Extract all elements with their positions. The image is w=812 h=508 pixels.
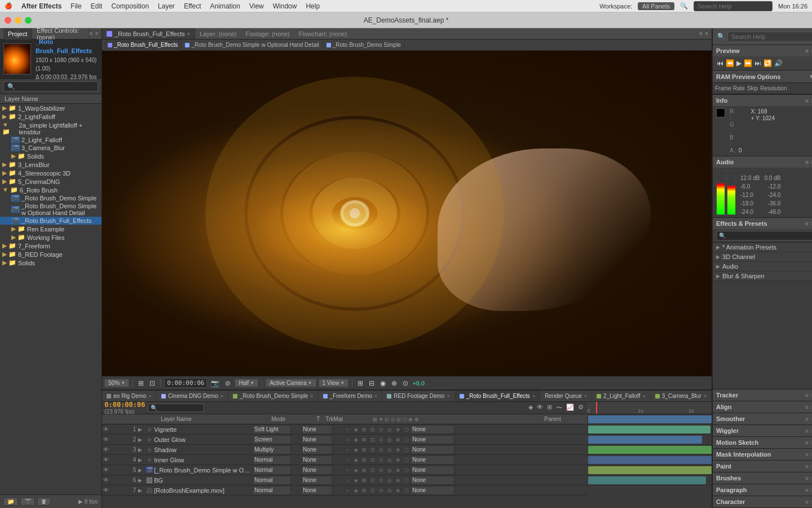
menu-file[interactable]: File [70, 2, 81, 10]
effect-category-header[interactable]: ▶ 3D Channel [713, 252, 812, 262]
timeline-bar[interactable] [588, 436, 701, 444]
project-tree-item[interactable]: 🎬2_Light_Falloff [0, 136, 102, 144]
timeline-bar[interactable] [588, 466, 712, 474]
parent-dropdown[interactable]: None [411, 466, 454, 475]
layer-row[interactable]: 👁 4 ▶ ☆ Inner Glow NormalScreenMultiplyO… [102, 455, 587, 465]
panel-menu-icon[interactable]: ≡ [805, 499, 809, 505]
audio-header[interactable]: Audio ≡ × [713, 156, 812, 168]
switch-3[interactable]: ⊞ [360, 456, 368, 464]
project-tree-item[interactable]: ▶ 📁Working Files [0, 233, 102, 242]
composition-viewer[interactable] [102, 51, 712, 376]
trkmat-cell[interactable]: NoneAlpha MatteAlpha Inverted Matte [301, 435, 343, 444]
menu-layer[interactable]: Layer [158, 2, 175, 10]
switch-2[interactable]: ◈ [352, 466, 360, 474]
new-folder-button[interactable]: 📁 [3, 497, 18, 506]
layer-row[interactable]: 👁 3 ▶ ☆ Shadow NormalScreenMultiplyOverl… [102, 445, 587, 455]
project-tree-item[interactable]: ▶ 📁3_LensBlur [0, 160, 102, 169]
layer-row[interactable]: 👁 1 ▶ ☆ Vignette NormalScreenMultiplyOve… [102, 424, 587, 435]
layer-expand[interactable]: ▶ [138, 437, 145, 443]
view-control[interactable]: 1 View ▼ [319, 379, 349, 387]
switch-3d[interactable]: ⬡ [403, 476, 411, 484]
layer-mode[interactable]: NormalScreenMultiplyOverlaySoft LightAdd… [253, 445, 292, 454]
switch-1[interactable]: ○ [343, 436, 351, 444]
switch-3d[interactable]: ⬡ [403, 436, 411, 444]
layer-row[interactable]: 👁 6 ▶ BG NormalScreenMultiplyOverlaySoft… [102, 475, 587, 485]
render-queue-icon[interactable]: ⚙ [577, 403, 585, 413]
parent-cell[interactable]: None [411, 456, 456, 465]
trkmat-dropdown[interactable]: NoneAlpha MatteAlpha Inverted Matte [301, 435, 332, 444]
trkmat-dropdown[interactable]: NoneAlpha MatteAlpha Inverted Matte [301, 425, 332, 434]
loop-button[interactable]: 🔁 [763, 59, 773, 68]
menu-help[interactable]: Help [306, 2, 320, 10]
play-button[interactable]: ▶ [736, 59, 742, 68]
info-menu[interactable]: ≡ [805, 98, 809, 104]
timeline-tab[interactable]: 2_Light_Falloff× [592, 391, 651, 402]
switch-3[interactable]: ⊞ [360, 446, 368, 454]
timeline-search-input[interactable] [148, 404, 204, 412]
menu-effect[interactable]: Effect [184, 2, 201, 10]
open-comp-tab[interactable]: _Roto Brush_Demo Simple w Optional Hand … [182, 40, 323, 51]
tab-close[interactable]: × [447, 393, 449, 399]
mini-panel-header[interactable]: Align ≡ × [713, 401, 812, 413]
enable-frame-blend-icon[interactable]: ⊞ [546, 403, 553, 413]
layer-expand[interactable]: ▶ [138, 447, 145, 453]
tab-close[interactable]: × [704, 393, 707, 399]
transparency-icon[interactable]: ⊘ [223, 379, 232, 388]
workspace-dropdown[interactable]: All Panels [638, 2, 674, 10]
minimize-button[interactable] [15, 17, 21, 24]
effect-controls-tab[interactable]: Effect Controls: (none) [32, 28, 89, 40]
preview-header[interactable]: Preview ≡ × [713, 45, 812, 56]
pixel-aspect-button[interactable]: ⊡ [148, 379, 157, 388]
switch-quality[interactable]: ⊡ [369, 466, 377, 474]
panel-menu-icon[interactable]: ≡ [805, 416, 809, 422]
project-tree-item[interactable]: ▼ 📁6_Roto Brush [0, 186, 102, 194]
switch-1[interactable]: ○ [343, 456, 351, 464]
timeline-bar[interactable] [588, 456, 712, 464]
switch-1[interactable]: ○ [343, 476, 351, 484]
project-tree-item[interactable]: ▶ 📁Ren Example [0, 225, 102, 233]
timeline-tab[interactable]: RED Footage Demo× [382, 391, 454, 402]
composition-tab[interactable]: _Roto Brush_Full_Effects × [102, 28, 195, 40]
timeline-tab[interactable]: eo Rig Demo× [102, 391, 157, 402]
panel-menu-icon[interactable]: ≡ [805, 475, 809, 481]
switch-quality[interactable]: ⊡ [369, 487, 377, 494]
project-tree-item[interactable]: ▶ 📁5_CinemaDNG [0, 177, 102, 186]
switch-3d[interactable]: ⬡ [403, 466, 411, 474]
timeline-bar[interactable] [588, 476, 706, 484]
panel-menu-icon[interactable]: ≡ [805, 392, 809, 398]
layer-visibility[interactable]: 👁 [102, 457, 110, 463]
parent-dropdown[interactable]: None [411, 476, 454, 485]
apple-menu[interactable]: 🍎 [5, 2, 12, 10]
switch-5[interactable]: ⊙ [377, 466, 385, 474]
layer-expand[interactable]: ▶ [138, 467, 145, 473]
effects-search-input[interactable] [716, 231, 812, 240]
timeline-tab[interactable]: 3_Camera_Blur× [651, 391, 712, 402]
mode-dropdown[interactable]: NormalScreenMultiplyOverlaySoft LightAdd… [253, 445, 291, 454]
mini-panel-header[interactable]: Brushes ≡ × [713, 472, 812, 484]
step-forward-button[interactable]: ⏩ [743, 59, 753, 68]
panel-menu-icon[interactable]: ≡ [805, 404, 809, 410]
timeline-bar[interactable] [588, 426, 710, 433]
parent-cell[interactable]: None [411, 445, 456, 454]
switch-7[interactable]: ⊕ [394, 466, 402, 474]
menu-view[interactable]: View [249, 2, 264, 10]
parent-cell[interactable]: None [411, 435, 456, 444]
camera-icon[interactable]: 📷 [209, 379, 221, 388]
mode-dropdown[interactable]: NormalScreenMultiplyOverlaySoft LightAdd… [253, 476, 291, 485]
switch-2[interactable]: ◈ [352, 476, 360, 484]
parent-cell[interactable]: None [411, 425, 456, 434]
maximize-button[interactable] [25, 17, 32, 24]
app-name[interactable]: After Effects [21, 2, 61, 10]
panel-menu-icon[interactable]: ≡ [805, 428, 809, 434]
switch-6[interactable]: ◎ [386, 436, 394, 444]
switch-quality[interactable]: ⊡ [369, 436, 377, 444]
mini-panel-header[interactable]: Mask Interpolation ≡ × [713, 449, 812, 460]
trkmat-cell[interactable]: NoneAlpha MatteAlpha Inverted Matte [301, 445, 343, 454]
timeline-tab[interactable]: Render Queue× [540, 391, 592, 402]
switch-3d[interactable]: ⬡ [403, 426, 411, 433]
layer-mode[interactable]: NormalScreenMultiplyOverlaySoft LightAdd… [253, 425, 292, 434]
layer-expand[interactable]: ▶ [138, 488, 145, 493]
trkmat-cell[interactable]: NoneAlpha MatteAlpha Inverted Matte [301, 456, 343, 465]
mode-dropdown[interactable]: NormalScreenMultiplyOverlaySoft LightAdd… [253, 466, 291, 475]
mode-dropdown[interactable]: NormalScreenMultiplyOverlaySoft LightAdd… [253, 486, 291, 495]
